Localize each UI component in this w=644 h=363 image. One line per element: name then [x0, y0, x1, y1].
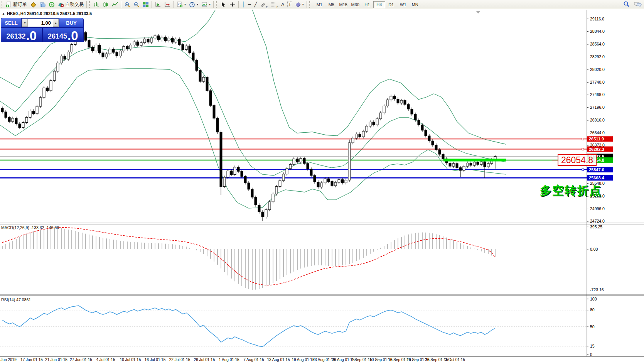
auto-scroll-button[interactable]: [153, 0, 163, 9]
candles: [1, 22, 496, 221]
macd-value-2: -146.69: [45, 225, 59, 230]
toolbar-grip[interactable]: [89, 1, 91, 8]
candle: [383, 106, 385, 113]
horizontal-lines[interactable]: [0, 139, 587, 178]
sell-price-button[interactable]: 26132 .0: [1, 28, 42, 42]
zoom-out-button[interactable]: [132, 0, 141, 9]
timeframe-toolbar: M1M5M15M30H1H4D1W1MN: [314, 1, 421, 8]
collapse-icon[interactable]: ▲: [2, 12, 5, 15]
fibonacci-button[interactable]: F: [269, 0, 280, 9]
svg-text:4 Jul 01:15: 4 Jul 01:15: [96, 358, 115, 362]
search-icon[interactable]: [623, 1, 630, 7]
candle: [50, 81, 52, 91]
tile-windows-icon: [143, 2, 149, 8]
timeframe-M15[interactable]: M15: [337, 1, 349, 8]
timeframe-W1[interactable]: W1: [397, 1, 409, 8]
turning-point-note[interactable]: 多空转折点: [540, 183, 602, 199]
line-chart-button[interactable]: [110, 0, 120, 9]
volume-value[interactable]: 1.00: [28, 19, 53, 27]
candle: [442, 154, 444, 159]
svg-text:22 Jul 01:15: 22 Jul 01:15: [169, 358, 191, 362]
trendline-button[interactable]: ╱: [253, 0, 259, 9]
mt4-terminal: 新订单 自动交易: [0, 0, 644, 363]
buy-button[interactable]: BUY: [59, 18, 83, 27]
candle: [248, 183, 250, 189]
candle: [272, 194, 274, 202]
new-order-icon: [6, 2, 12, 8]
crosshair-button[interactable]: [228, 0, 237, 9]
timeframe-M1[interactable]: M1: [314, 1, 325, 8]
timeframe-MN[interactable]: MN: [409, 1, 421, 8]
vertical-line-button[interactable]: │: [240, 0, 246, 9]
periods-button[interactable]: ▾: [187, 0, 200, 9]
chart-shift-marker[interactable]: [476, 11, 480, 14]
timeframe-D1[interactable]: D1: [385, 1, 397, 8]
candle: [60, 56, 62, 63]
candle: [36, 106, 38, 114]
svg-text:0.00: 0.00: [590, 247, 598, 252]
candlestick-chart-button[interactable]: [101, 0, 110, 9]
svg-text:26644.0: 26644.0: [590, 130, 605, 135]
candle: [147, 39, 149, 42]
text-button[interactable]: A: [280, 0, 286, 9]
candle: [116, 52, 118, 56]
templates-button[interactable]: ▾: [200, 0, 212, 9]
svg-text:27740.0: 27740.0: [590, 80, 605, 84]
candle: [435, 145, 437, 150]
candle: [376, 119, 378, 125]
bar-chart-button[interactable]: [92, 0, 101, 9]
chat-icon[interactable]: [634, 1, 642, 7]
candle: [393, 96, 396, 99]
sell-button[interactable]: SELL: [1, 18, 21, 27]
candle: [477, 162, 479, 164]
market-watch-button[interactable]: [38, 0, 47, 9]
candle: [192, 53, 194, 60]
equidistant-channel-button[interactable]: E: [259, 0, 270, 9]
toolbar: 新订单 自动交易: [0, 0, 644, 9]
shapes-button[interactable]: ▾: [294, 0, 305, 9]
auto-scroll-icon: [155, 2, 161, 8]
svg-text:80: 80: [590, 307, 595, 312]
tile-windows-button[interactable]: [141, 0, 150, 9]
timeframe-H1[interactable]: H1: [361, 1, 373, 8]
candle: [466, 163, 469, 166]
volume-decrease-button[interactable]: ▼: [22, 19, 28, 27]
svg-text:7 Aug 01:15: 7 Aug 01:15: [243, 358, 264, 362]
timeframe-M30[interactable]: M30: [349, 1, 361, 8]
cursor-button[interactable]: [219, 0, 228, 9]
navigator-button[interactable]: [47, 0, 56, 9]
new-order-button[interactable]: 新订单: [4, 0, 29, 9]
support-highlight-bar[interactable]: [443, 159, 506, 161]
trendline-icon: ╱: [254, 2, 257, 7]
buy-price-button[interactable]: 26145 .0: [43, 28, 84, 42]
candle: [12, 118, 14, 122]
candle: [320, 183, 323, 187]
horizontal-line-button[interactable]: ─: [246, 0, 253, 9]
toolbar-separator: [173, 1, 174, 8]
candle: [379, 113, 382, 119]
zoom-in-button[interactable]: [123, 0, 132, 9]
timeframe-H4[interactable]: H4: [373, 1, 385, 8]
timeframe-M5[interactable]: M5: [325, 1, 337, 8]
indicators-icon: [177, 2, 183, 8]
toolbar-grip[interactable]: [2, 1, 3, 8]
profile-button[interactable]: [29, 0, 38, 9]
price-callout-box[interactable]: 26054.8: [558, 154, 597, 166]
chart-shift-button[interactable]: [163, 0, 172, 9]
indicators-button[interactable]: ▾: [175, 0, 187, 9]
auto-trading-button[interactable]: 自动交易: [56, 0, 85, 9]
svg-text:10 Jul 01:15: 10 Jul 01:15: [120, 358, 141, 362]
volume-increase-button[interactable]: ▲: [53, 19, 59, 27]
candle: [39, 98, 42, 106]
toolbar-grip[interactable]: [309, 1, 311, 8]
candle: [161, 37, 163, 40]
chevron-down-icon: ▾: [209, 3, 211, 6]
toolbar-separator: [213, 1, 214, 8]
text-label-button[interactable]: T: [286, 0, 294, 9]
toolbar-grip[interactable]: [216, 1, 218, 8]
rsi-label: RSI(14) 47.0861: [1, 297, 31, 302]
candle: [1, 108, 3, 112]
candle: [53, 71, 56, 81]
candle: [275, 187, 278, 194]
candle: [345, 180, 347, 183]
